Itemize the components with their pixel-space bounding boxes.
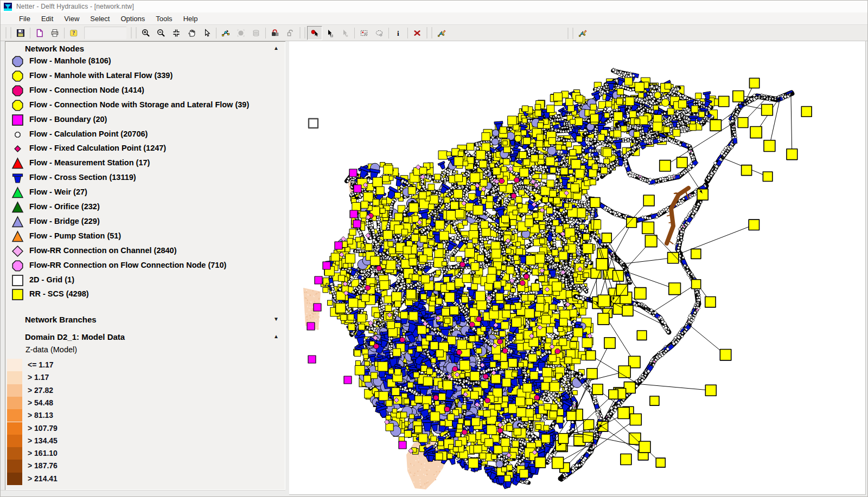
new-document-icon (35, 29, 44, 37)
ramp-row: > 161.10 (5, 447, 285, 460)
menu-item-file[interactable]: File (14, 14, 36, 24)
legend-item-label: RR - SCS (4298) (29, 289, 89, 298)
zdata-label: Z-data (Model) (25, 345, 77, 354)
square-symbol-icon (11, 288, 24, 301)
pointer-button[interactable] (199, 26, 214, 40)
legend-item[interactable]: Flow - Manhole (8106) (5, 54, 285, 69)
legend-item[interactable]: Flow - Manhole with Lateral Flow (339) (5, 69, 285, 83)
save-button[interactable] (13, 26, 28, 40)
legend-item[interactable]: Flow-RR Connection on Flow Connection No… (5, 259, 285, 273)
menu-item-tools[interactable]: Tools (150, 14, 177, 24)
legend-item[interactable]: Flow-RR Connection on Channel (2840) (5, 244, 285, 259)
collapse-arrow-domain-d2-1[interactable]: ▲ (272, 333, 280, 339)
legend-item[interactable]: Flow - Calculation Point (20706) (5, 127, 285, 142)
edit-network-button[interactable] (575, 26, 590, 40)
legend-item-label: Flow - Fixed Calculation Point (1247) (29, 144, 166, 152)
ramp-label: > 161.10 (28, 449, 58, 457)
new-document-button[interactable] (32, 26, 47, 40)
title-bar: Netter - Delft Hydraulics - [network.ntw… (1, 1, 867, 13)
ramp-label: <= 1.17 (28, 360, 54, 369)
small-octagon-symbol-icon (11, 128, 24, 141)
ramp-swatch (7, 435, 22, 447)
legend-item[interactable]: Flow - Cross Section (13119) (5, 171, 285, 185)
legend-item[interactable]: Flow - Connection Node with Storage and … (5, 98, 285, 113)
select-lasso-button[interactable] (372, 26, 387, 40)
help-button[interactable]: ? (66, 26, 81, 40)
unlock-button[interactable] (283, 26, 298, 40)
triangle-symbol-icon (11, 186, 24, 199)
menu-item-edit[interactable]: Edit (36, 14, 59, 24)
select-rectangle-button[interactable] (356, 26, 372, 40)
menu-item-options[interactable]: Options (115, 14, 150, 24)
ramp-swatch (7, 447, 22, 460)
legend-header-domain-d2-1: Domain D2_1: Model Data (25, 332, 125, 341)
ramp-swatch (7, 371, 22, 384)
menu-item-select[interactable]: Select (85, 14, 115, 24)
toolbar-grip[interactable] (131, 27, 137, 38)
toolbar-separator (216, 28, 216, 38)
network-map-canvas[interactable] (289, 41, 865, 494)
toolbar-separator (407, 28, 408, 38)
legend-item-label: Flow - Manhole with Lateral Flow (339) (29, 71, 173, 80)
toolbar-separator (354, 28, 355, 38)
menu-item-help[interactable]: Help (178, 14, 203, 24)
toolbar: ?i (1, 24, 867, 41)
legend-item-label: Flow-RR Connection on Flow Connection No… (29, 261, 226, 269)
legend-item[interactable]: Flow - Boundary (20) (5, 113, 285, 127)
legend-item-label: Flow - Calculation Point (20706) (29, 130, 148, 138)
legend-item[interactable]: RR - SCS (4298) (5, 287, 285, 302)
collapse-arrow-network-branches[interactable]: ▼ (272, 316, 280, 322)
ramp-swatch (7, 473, 22, 485)
toolbar-grip[interactable] (567, 28, 573, 39)
toolbar-grip[interactable] (5, 27, 11, 38)
legend-item[interactable]: Flow - Connection Node (1414) (5, 83, 285, 98)
legend-item[interactable]: Flow - Fixed Calculation Point (1247) (5, 141, 285, 156)
delete-button[interactable] (410, 26, 425, 40)
pan-button[interactable] (184, 26, 199, 40)
zoom-in-button[interactable] (138, 26, 154, 40)
diamond-symbol-icon (11, 244, 24, 258)
legend-item-label: Flow - Pump Station (51) (29, 231, 121, 240)
ramp-swatch (7, 460, 22, 472)
legend-item-label: Flow - Boundary (20) (29, 115, 107, 124)
svg-text:?: ? (72, 30, 75, 36)
zoom-extents-button[interactable] (169, 26, 184, 40)
ramp-label: > 81.13 (28, 411, 53, 419)
collapse-arrow-network-nodes[interactable]: ▲ (272, 45, 280, 51)
legend-item[interactable]: Flow - Bridge (229) (5, 215, 285, 229)
window-title: Netter - Delft Hydraulics - [network.ntw… (16, 3, 134, 10)
info-button[interactable]: i (391, 26, 406, 40)
menu-item-view[interactable]: View (59, 14, 85, 24)
ramp-row: > 27.82 (5, 384, 285, 397)
save-icon (16, 29, 25, 37)
square-symbol-icon (11, 113, 24, 127)
ramp-label: > 27.82 (28, 386, 53, 395)
select-branch-button[interactable] (322, 26, 337, 40)
select-lasso-icon (375, 29, 384, 37)
select-region-button (233, 26, 248, 40)
edit-network-button[interactable] (434, 26, 449, 40)
print-button[interactable] (47, 26, 62, 40)
select-node-button[interactable] (307, 26, 322, 40)
square-symbol-icon (11, 274, 24, 287)
zoom-extents-icon (172, 29, 181, 37)
ramp-row: > 187.76 (5, 460, 285, 472)
secondary-toolbar (566, 26, 590, 40)
lock-button[interactable] (267, 26, 283, 40)
small-diamond-symbol-icon (11, 142, 24, 156)
toolbar-grip[interactable] (426, 27, 432, 38)
legend-item[interactable]: Flow - Orifice (232) (5, 200, 285, 215)
select-layers-button (248, 26, 264, 40)
zoom-out-button[interactable] (154, 26, 169, 40)
legend-item[interactable]: Flow - Measurement Station (17) (5, 156, 285, 171)
select-path-button[interactable] (218, 26, 233, 40)
legend-item[interactable]: Flow - Weir (27) (5, 185, 285, 200)
select-layers-icon (252, 29, 260, 37)
ramp-row: > 134.45 (5, 435, 285, 447)
legend-item[interactable]: 2D - Grid (1) (5, 273, 285, 288)
legend-item[interactable]: Flow - Pump Station (51) (5, 229, 285, 244)
menu-bar: FileEditViewSelectOptionsToolsHelp (1, 12, 867, 24)
toolbar-grip[interactable] (299, 27, 305, 38)
ramp-label: > 134.45 (28, 436, 58, 445)
svg-text:i: i (397, 29, 399, 37)
